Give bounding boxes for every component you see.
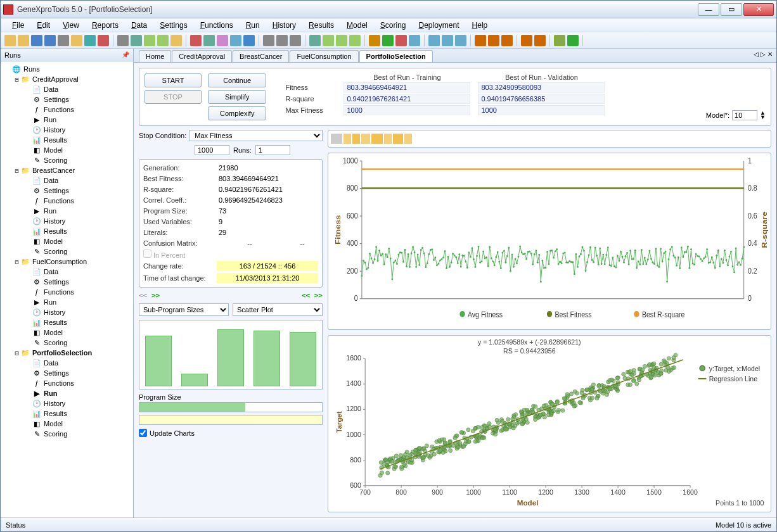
tab-creditapproval[interactable]: CreditApproval [172, 50, 232, 62]
toolbar-button[interactable] [501, 35, 513, 46]
toolbar-button[interactable] [534, 35, 546, 46]
tab-breastcancer[interactable]: BreastCancer [233, 50, 289, 62]
toolbar-button[interactable] [567, 35, 579, 46]
toolbar-button[interactable] [18, 35, 29, 46]
spinner-icon[interactable]: ▲▼ [760, 111, 766, 120]
toolbar-button[interactable] [131, 35, 142, 46]
menu-model[interactable]: Model [340, 20, 374, 31]
toolbar-button[interactable] [442, 35, 453, 46]
toolbar-button[interactable] [170, 35, 182, 46]
tree-item-history[interactable]: 🕑History [2, 125, 132, 135]
tree-item-functions[interactable]: ƒFunctions [2, 196, 132, 206]
toolbar-button[interactable] [475, 35, 486, 46]
toolbar-button[interactable] [71, 35, 82, 46]
toolbar-button[interactable] [144, 35, 155, 46]
menu-settings[interactable]: Settings [153, 20, 193, 31]
toolbar-button[interactable] [98, 35, 109, 46]
tree-item-model[interactable]: ◧Model [2, 327, 132, 338]
menu-history[interactable]: History [266, 20, 302, 31]
menu-data[interactable]: Data [125, 20, 153, 31]
toolbar-button[interactable] [349, 35, 361, 46]
complexify-button[interactable]: Complexify [208, 106, 266, 120]
tree-item-run[interactable]: ▶Run [2, 206, 132, 216]
tree-item-functions[interactable]: ƒFunctions [2, 378, 132, 388]
tree-item-results[interactable]: 📊Results [2, 317, 132, 327]
minimize-button[interactable]: — [698, 3, 719, 16]
tab-fuelconsumption[interactable]: FuelConsumption [290, 50, 358, 62]
toolbar-button[interactable] [428, 35, 440, 46]
toolbar-button[interactable] [263, 35, 274, 46]
tree-item-settings[interactable]: ⚙Settings [2, 186, 132, 196]
tree-project-creditapproval[interactable]: ⊟📁CreditApproval [2, 74, 132, 84]
toolbar-button[interactable] [4, 35, 16, 46]
toolbar-button[interactable] [203, 35, 215, 46]
start-button[interactable]: START [144, 73, 202, 87]
simplify-button[interactable]: Simplify [208, 90, 266, 104]
tree-item-functions[interactable]: ƒFunctions [2, 287, 132, 297]
tab-nav[interactable]: ◁ ▷ ✕ [754, 51, 773, 58]
toolbar-button[interactable] [395, 35, 407, 46]
pin-icon[interactable]: 📌 [122, 51, 129, 58]
toolbar-button[interactable] [44, 35, 56, 46]
toolbar-button[interactable] [309, 35, 321, 46]
tree-project-fuelconsumption[interactable]: ⊟📁FuelConsumption [2, 256, 132, 267]
menu-help[interactable]: Help [466, 20, 494, 31]
tree-item-history[interactable]: 🕑History [2, 216, 132, 226]
tree-item-data[interactable]: 📄Data [2, 358, 132, 368]
tree-item-data[interactable]: 📄Data [2, 84, 132, 94]
toolbar-button[interactable] [323, 35, 334, 46]
toolbar-button[interactable] [276, 35, 288, 46]
menu-functions[interactable]: Functions [194, 20, 240, 31]
tab-home[interactable]: Home [139, 50, 171, 62]
subchart-style-select[interactable]: Scatter Plot [233, 303, 323, 316]
menu-reports[interactable]: Reports [86, 20, 125, 31]
toolbar-button[interactable] [230, 35, 241, 46]
runs-input[interactable] [255, 145, 290, 155]
tree-item-history[interactable]: 🕑History [2, 307, 132, 317]
toolbar-button[interactable] [369, 35, 380, 46]
tree-item-results[interactable]: 📊Results [2, 135, 132, 145]
tree-item-settings[interactable]: ⚙Settings [2, 94, 132, 104]
tree-item-functions[interactable]: ƒFunctions [2, 104, 132, 115]
menu-view[interactable]: View [56, 20, 86, 31]
toolbar-button[interactable] [336, 35, 347, 46]
stop-value-input[interactable] [195, 145, 229, 155]
tree-item-model[interactable]: ◧Model [2, 236, 132, 246]
toolbar-button[interactable] [190, 35, 202, 46]
model-input[interactable] [732, 110, 757, 120]
toolbar-button[interactable] [521, 35, 532, 46]
toolbar-button[interactable] [31, 35, 42, 46]
menu-deployment[interactable]: Deployment [412, 20, 465, 31]
tree-item-run[interactable]: ▶Run [2, 388, 132, 398]
stop-condition-select[interactable]: Max Fitness [189, 130, 323, 141]
menu-scoring[interactable]: Scoring [374, 20, 413, 31]
subchart-nav[interactable]: << >> << >> [139, 291, 323, 300]
tree-item-scoring[interactable]: ✎Scoring [2, 429, 132, 439]
tree-item-model[interactable]: ◧Model [2, 145, 132, 155]
tree-item-data[interactable]: 📄Data [2, 175, 132, 186]
tree-item-scoring[interactable]: ✎Scoring [2, 155, 132, 165]
tree-project-portfolioselection[interactable]: ⊟📁PortfolioSelection [2, 348, 132, 358]
stop-button[interactable]: STOP [144, 90, 202, 104]
tree-item-results[interactable]: 📊Results [2, 226, 132, 236]
tree-item-run[interactable]: ▶Run [2, 115, 132, 125]
tree-item-data[interactable]: 📄Data [2, 267, 132, 277]
subchart-type-select[interactable]: Sub-Program Sizes [139, 303, 229, 316]
toolbar-button[interactable] [84, 35, 96, 46]
toolbar-button[interactable] [488, 35, 499, 46]
tree-item-settings[interactable]: ⚙Settings [2, 368, 132, 378]
tree-item-scoring[interactable]: ✎Scoring [2, 338, 132, 348]
toolbar-button[interactable] [58, 35, 69, 46]
tree-item-settings[interactable]: ⚙Settings [2, 277, 132, 287]
close-button[interactable]: ✕ [743, 3, 774, 16]
menu-file[interactable]: File [6, 20, 30, 31]
tree-project-breastcancer[interactable]: ⊟📁BreastCancer [2, 165, 132, 175]
toolbar-button[interactable] [117, 35, 129, 46]
continue-button[interactable]: Continue [208, 73, 266, 87]
toolbar-button[interactable] [554, 35, 565, 46]
menu-run[interactable]: Run [240, 20, 266, 31]
toolbar-button[interactable] [157, 35, 169, 46]
toolbar-button[interactable] [409, 35, 420, 46]
toolbar-button[interactable] [217, 35, 228, 46]
tree-item-results[interactable]: 📊Results [2, 408, 132, 419]
